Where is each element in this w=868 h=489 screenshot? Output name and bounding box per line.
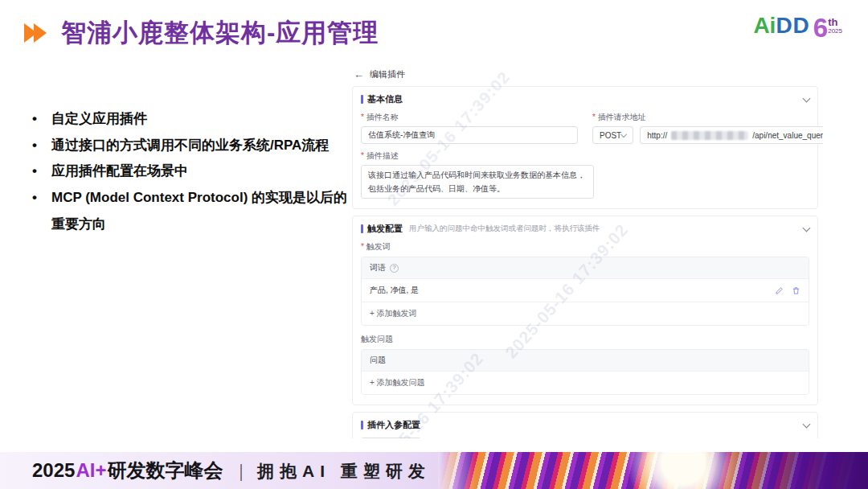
add-trigger-word-button[interactable]: + 添加触发词 xyxy=(362,302,809,325)
trigger-config-title: 触发配置 xyxy=(367,223,403,235)
bullet-list: 自定义应用插件 通过接口的方式调用不同的业务系统/RPA流程 应用插件配置在场景… xyxy=(29,106,352,237)
redacted-url-segment xyxy=(671,131,748,140)
bullet-item: MCP (Model Context Protocol) 的实现是以后的重要方向 xyxy=(29,185,352,237)
chevron-down-icon[interactable] xyxy=(803,224,811,232)
bullet-item: 通过接口的方式调用不同的业务系统/RPA流程 xyxy=(29,133,352,159)
plugin-params-header: 插件入参配置 xyxy=(361,419,809,431)
logo-th-text: th xyxy=(828,17,842,27)
trigger-word-value: 产品, 净值, 是 xyxy=(370,285,419,296)
aidd-logo: AiDD6 th 2025 xyxy=(753,14,842,41)
plugin-desc-textarea[interactable]: 该接口通过输入产品代码和时间来获取业务数据的基本信息，包括业务的产品代码、日期、… xyxy=(361,165,594,199)
edit-plugin-title: 编辑插件 xyxy=(370,68,405,80)
trigger-question-box-header: 问题 xyxy=(362,350,809,371)
trigger-word-box-header: 词语 ? xyxy=(362,257,809,278)
trigger-word-label: 触发词 xyxy=(361,241,809,253)
request-url-input[interactable]: http:// /api/net_value_query xyxy=(640,126,823,144)
plugin-desc-label: 插件描述 xyxy=(361,150,809,162)
trigger-question-label: 触发问题 xyxy=(361,334,809,345)
plugin-name-label: 插件名称 xyxy=(361,112,578,123)
chevron-down-icon[interactable] xyxy=(803,420,811,428)
slide-header: 智浦小鹿整体架构-应用管理 xyxy=(24,16,379,50)
chevron-down-icon xyxy=(620,130,627,137)
page-title: 智浦小鹿整体架构-应用管理 xyxy=(61,16,379,50)
footer-year: 2025 xyxy=(32,459,75,482)
bullet-item: 自定义应用插件 xyxy=(29,106,352,133)
delete-icon[interactable] xyxy=(792,286,800,295)
plugin-url-group: 插件请求地址 POST http:// /api/net_value_query xyxy=(592,112,809,144)
abstract-3d-artwork xyxy=(438,452,868,489)
url-prefix: http:// xyxy=(647,131,667,140)
footer-separator: ｜ xyxy=(232,460,249,483)
plugin-params-card: 插件入参配置 + 添加字段 按照插件的执行要求，配置相应请求参数的具体信息 参数… xyxy=(352,412,818,438)
trigger-question-box: 问题 + 添加触发问题 xyxy=(361,349,809,395)
trigger-word-box: 词语 ? 产品, 净值, 是 + 添加触发词 xyxy=(361,257,809,326)
plugin-name-group: 插件名称 xyxy=(361,112,578,144)
trigger-config-subtitle: 用户输入的问题中命中触发词或者问题时，将执行该插件 xyxy=(409,224,600,234)
logo-six-text: 6 xyxy=(813,14,828,41)
double-arrow-icon xyxy=(24,23,51,43)
basic-info-card: 基本信息 插件名称 插件请求地址 POST http:// /ap xyxy=(352,86,818,209)
logo-year-text: 2025 xyxy=(828,28,842,35)
basic-info-header: 基本信息 xyxy=(361,93,809,105)
url-suffix: /api/net_value_query xyxy=(752,131,823,140)
add-field-button[interactable]: + 添加字段 xyxy=(361,438,421,438)
app-screenshot-panel: 2025-05-16 17:39:02 2025-05-16 17:39:02 … xyxy=(347,64,823,438)
trigger-config-header: 触发配置 用户输入的问题中命中触发词或者问题时，将执行该插件 xyxy=(361,223,809,235)
edit-plugin-topbar: ← 编辑插件 xyxy=(347,64,823,86)
back-arrow-icon[interactable]: ← xyxy=(354,68,364,80)
logo-th-block: th 2025 xyxy=(828,17,842,35)
footer-event: 研发数字峰会 xyxy=(107,458,223,483)
trigger-question-column-title: 问题 xyxy=(370,355,386,366)
trigger-word-row: 产品, 净值, 是 xyxy=(362,278,809,302)
trigger-word-column-title: 词语 xyxy=(370,262,386,273)
section-bar xyxy=(361,421,363,429)
footer-banner: 2025AI+研发数字峰会 ｜ 拥抱AI 重塑研发 xyxy=(0,452,868,489)
footer-brand: AI+ xyxy=(76,459,106,482)
plugin-params-title: 插件入参配置 xyxy=(367,419,420,431)
plugin-name-input[interactable] xyxy=(361,126,578,144)
footer-slogan: 拥抱AI 重塑研发 xyxy=(257,460,431,483)
bullet-item: 应用插件配置在场景中 xyxy=(29,158,352,185)
basic-info-title: 基本信息 xyxy=(367,93,403,105)
chevron-down-icon[interactable] xyxy=(803,94,811,102)
footer-banner-text: 2025AI+研发数字峰会 ｜ 拥抱AI 重塑研发 xyxy=(32,458,431,483)
section-bar xyxy=(361,224,363,233)
help-icon[interactable]: ? xyxy=(390,264,399,273)
trigger-config-card: 触发配置 用户输入的问题中命中触发词或者问题时，将执行该插件 触发词 词语 ? … xyxy=(352,216,818,405)
logo-ai-text: Ai xyxy=(753,14,776,37)
section-bar xyxy=(361,95,363,104)
logo-dd-text: DD xyxy=(776,14,809,37)
http-method-value: POST xyxy=(600,131,621,140)
plugin-url-label: 插件请求地址 xyxy=(592,112,809,123)
edit-icon[interactable] xyxy=(775,286,784,295)
add-trigger-question-button[interactable]: + 添加触发问题 xyxy=(362,371,809,394)
http-method-select[interactable]: POST xyxy=(592,126,633,144)
